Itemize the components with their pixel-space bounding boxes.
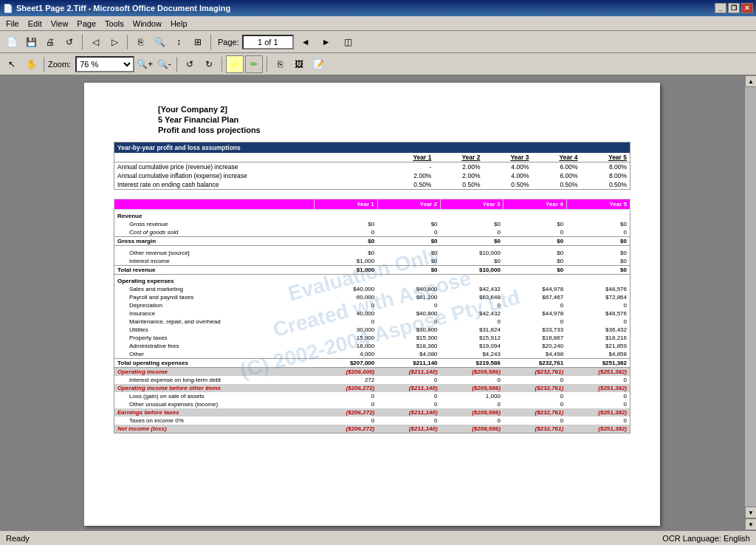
revenue-header: Revenue bbox=[114, 210, 630, 221]
menu-window[interactable]: Window bbox=[128, 18, 166, 29]
save-button[interactable]: 💾 bbox=[22, 33, 40, 51]
pen-button[interactable]: ✏ bbox=[245, 55, 263, 73]
assumption-label-2: Annual cumulative inflation (expense) in… bbox=[114, 171, 386, 180]
gross-margin-y5: $0 bbox=[566, 237, 630, 246]
title-bar-left: 📄 Sheet1 Page 2.Tiff - Microsoft Office … bbox=[3, 4, 230, 13]
new-button[interactable]: 📄 bbox=[3, 33, 21, 51]
other-revenue-y4: $0 bbox=[504, 249, 566, 257]
total-revenue-row: Total revenue $1,000 $0 $10,000 $0 $0 bbox=[114, 265, 630, 274]
gross-margin-y1: $0 bbox=[315, 237, 377, 246]
restore-button[interactable]: ❐ bbox=[728, 3, 740, 13]
page-input[interactable] bbox=[242, 35, 294, 49]
menu-file[interactable]: File bbox=[1, 18, 24, 29]
hand-button[interactable]: ✋ bbox=[22, 55, 40, 73]
tool1-button[interactable]: ⊞ bbox=[189, 33, 207, 51]
interest-income-y4: $0 bbox=[504, 257, 566, 266]
copy-button[interactable]: ⎘ bbox=[131, 33, 149, 51]
opex-row-3: Insurance 40,000 $40,800 $42,432 $44,978… bbox=[114, 309, 630, 318]
other-revenue-label: Other revenue [source] bbox=[114, 249, 315, 257]
cogs-y5: 0 bbox=[566, 228, 630, 237]
main-col-y3: Year 3 bbox=[441, 199, 504, 210]
highlight-button[interactable]: A bbox=[226, 55, 244, 73]
minimize-button[interactable]: _ bbox=[715, 3, 726, 13]
zoom-select[interactable]: 76 % 50 % 75 % 100 % 125 % 150 % bbox=[75, 56, 134, 72]
toolbar-2: ↖ ✋ Zoom: 76 % 50 % 75 % 100 % 125 % 150… bbox=[0, 53, 756, 75]
scrollbar-vertical[interactable]: ▲ ▼ ▼ bbox=[744, 75, 756, 530]
interest-exp-row: Interest expense on long-term debt 272 0… bbox=[114, 376, 630, 384]
gross-revenue-label: Gross revenue bbox=[114, 220, 315, 228]
assumption-val-3-3: 0.50% bbox=[483, 180, 532, 190]
earnings-row: Earnings before taxes ($206,272) ($211,1… bbox=[114, 408, 630, 417]
revenue-label: Revenue bbox=[114, 210, 630, 221]
zoom-out-button[interactable]: 🔍- bbox=[155, 55, 173, 73]
assumption-val-1-2: 2.00% bbox=[434, 162, 483, 172]
cogs-label: Cost of goods sold bbox=[114, 228, 315, 237]
menu-help[interactable]: Help bbox=[166, 18, 192, 29]
refresh-button[interactable]: ↺ bbox=[61, 33, 78, 51]
opex-row-6: Property taxes 15,000 $15,300 $15,912 $1… bbox=[114, 334, 630, 342]
interest-income-y1: $1,000 bbox=[315, 257, 377, 266]
copy2-button[interactable]: ⎘ bbox=[271, 55, 289, 73]
total-opex-label: Total operating expenses bbox=[114, 358, 315, 367]
op-income-row: Operating income ($206,000) ($211,140) (… bbox=[114, 367, 630, 376]
net-income-label: Net income (loss) bbox=[114, 425, 315, 433]
cogs-row: Cost of goods sold 0 0 0 0 0 bbox=[114, 228, 630, 237]
total-revenue-y2: $0 bbox=[377, 265, 440, 274]
col-y2: Year 2 bbox=[434, 153, 483, 162]
col-y4: Year 4 bbox=[532, 153, 580, 162]
assumption-label-1: Annual cumulative price (revenue) increa… bbox=[114, 162, 386, 172]
prev-page-button[interactable]: ◄ bbox=[297, 33, 315, 51]
interest-income-y3: $0 bbox=[441, 257, 504, 266]
plan-title: 5 Year Financial Plan bbox=[158, 115, 630, 124]
sep6 bbox=[221, 57, 222, 72]
zoom-in-button[interactable]: 🔍+ bbox=[136, 55, 154, 73]
next-page-button[interactable]: ► bbox=[317, 33, 335, 51]
menu-edit[interactable]: Edit bbox=[24, 18, 47, 29]
assumption-row-3: Interest rate on ending cash balance 0.5… bbox=[114, 180, 630, 190]
menu-tools[interactable]: Tools bbox=[100, 18, 128, 29]
opex-row-7: Administrative fees 18,000 $18,360 $19,0… bbox=[114, 342, 630, 350]
scroll-down-button-1[interactable]: ▼ bbox=[745, 507, 756, 518]
doc-area[interactable]: Evaluation Only Created with Aspose (C) … bbox=[0, 75, 744, 530]
assumptions-table: Year-by-year profit and loss assumptions… bbox=[114, 142, 630, 190]
opex-row-1: Payroll and payroll taxes 60,000 $61,200… bbox=[114, 293, 630, 301]
col-header-row: Year 1 Year 2 Year 3 Year 4 Year 5 bbox=[114, 153, 630, 162]
doc-page: Evaluation Only Created with Aspose (C) … bbox=[84, 83, 660, 526]
cogs-y2: 0 bbox=[377, 228, 440, 237]
print-button[interactable]: 🖨 bbox=[41, 33, 59, 51]
scroll-track[interactable] bbox=[745, 87, 756, 507]
main-col-y5: Year 5 bbox=[566, 199, 630, 210]
rotate-left-button[interactable]: ↺ bbox=[181, 55, 199, 73]
gross-revenue-y1: $0 bbox=[315, 220, 377, 228]
ocr-button[interactable]: 📝 bbox=[309, 55, 327, 73]
total-revenue-y1: $1,000 bbox=[315, 265, 377, 274]
assumption-val-2-4: 6.00% bbox=[532, 171, 580, 180]
close-button[interactable]: ✕ bbox=[741, 3, 753, 13]
scroll-up-button[interactable]: ▲ bbox=[745, 75, 756, 87]
view-button[interactable]: ◫ bbox=[340, 33, 357, 51]
main-header-row: Year 1 Year 2 Year 3 Year 4 Year 5 bbox=[114, 199, 630, 210]
search-button[interactable]: 🔍 bbox=[151, 33, 168, 51]
opex-label: Operating expenses bbox=[114, 274, 630, 285]
select-button[interactable]: ↕ bbox=[170, 33, 188, 51]
title-bar-controls: _ ❐ ✕ bbox=[715, 3, 753, 13]
cogs-y3: 0 bbox=[441, 228, 504, 237]
opex-header: Operating expenses bbox=[114, 274, 630, 285]
menu-page[interactable]: Page bbox=[72, 18, 100, 29]
main-col-y1: Year 1 bbox=[315, 199, 377, 210]
assumption-val-2-1: 2.00% bbox=[385, 171, 434, 180]
image-button[interactable]: 🖼 bbox=[290, 55, 308, 73]
gross-revenue-y5: $0 bbox=[566, 220, 630, 228]
undo-button[interactable]: ◁ bbox=[86, 33, 104, 51]
cogs-y1: 0 bbox=[315, 228, 377, 237]
col-y5: Year 5 bbox=[580, 153, 630, 162]
sep7 bbox=[267, 57, 267, 72]
sep2 bbox=[127, 35, 128, 49]
opex-label-0: Sales and marketing bbox=[114, 285, 315, 293]
redo-button[interactable]: ▷ bbox=[106, 33, 123, 51]
rotate-right-button[interactable]: ↻ bbox=[200, 55, 218, 73]
cursor-button[interactable]: ↖ bbox=[3, 55, 21, 73]
scroll-down-button-2[interactable]: ▼ bbox=[745, 518, 756, 530]
menu-view[interactable]: View bbox=[47, 18, 73, 29]
main-col-y2: Year 2 bbox=[377, 199, 440, 210]
